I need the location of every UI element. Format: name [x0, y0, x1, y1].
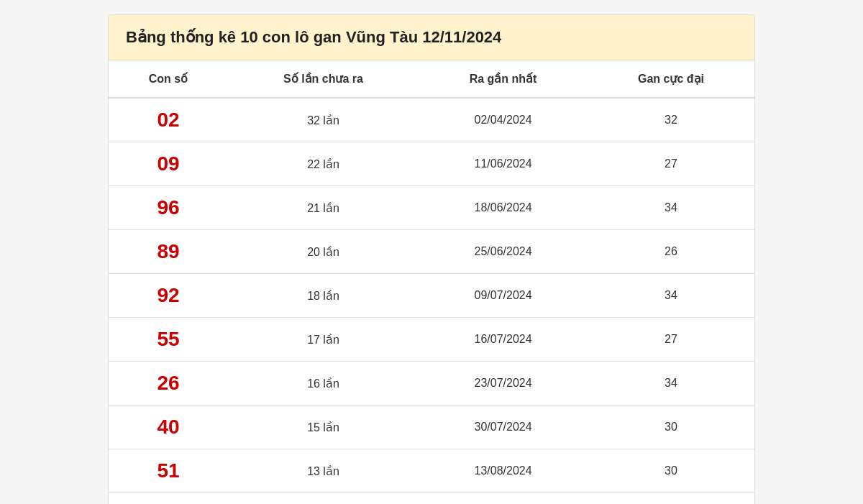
- cell-ra-gan-nhat: 18/06/2024: [419, 186, 588, 230]
- cell-so-lan: 20 lần: [228, 230, 419, 274]
- cell-gan-cuc-dai: 34: [588, 362, 754, 406]
- table-row: 9218 lần09/07/202434: [109, 274, 754, 318]
- cell-ra-gan-nhat: 23/07/2024: [419, 362, 588, 406]
- table-row: 5517 lần16/07/202427: [109, 318, 754, 362]
- col-header-gan-cuc-dai: Gan cực đại: [588, 60, 754, 98]
- con-so-value: 02: [157, 109, 179, 131]
- cell-so-lan: 12 lần: [228, 493, 419, 505]
- cell-con-so: 02: [109, 98, 228, 142]
- table-row: 4015 lần30/07/202430: [109, 406, 754, 449]
- table-row: 0232 lần02/04/202432: [109, 98, 754, 142]
- table-title: Bảng thống kê 10 con lô gan Vũng Tàu 12/…: [109, 15, 754, 60]
- header-row: Con số Số lần chưa ra Ra gần nhất Gan cự…: [109, 60, 754, 98]
- cell-con-so: 92: [109, 274, 228, 318]
- table-body: 0232 lần02/04/2024320922 lần11/06/202427…: [109, 98, 754, 504]
- table-row: 5113 lần13/08/202430: [109, 449, 754, 493]
- cell-ra-gan-nhat: 09/07/2024: [419, 274, 588, 318]
- cell-gan-cuc-dai: 38: [588, 493, 754, 505]
- cell-so-lan: 18 lần: [228, 274, 419, 318]
- table-row: 0922 lần11/06/202427: [109, 142, 754, 186]
- cell-so-lan: 21 lần: [228, 186, 419, 230]
- cell-so-lan: 22 lần: [228, 142, 419, 186]
- cell-con-so: 40: [109, 406, 228, 449]
- cell-con-so: 51: [109, 449, 228, 493]
- cell-so-lan: 16 lần: [228, 362, 419, 406]
- cell-ra-gan-nhat: 11/06/2024: [419, 142, 588, 186]
- cell-so-lan: 13 lần: [228, 449, 419, 493]
- con-so-value: 92: [157, 284, 179, 306]
- con-so-value: 51: [157, 459, 179, 482]
- con-so-value: 40: [157, 416, 179, 438]
- col-header-con-so: Con số: [109, 60, 228, 98]
- table-row: 8920 lần25/06/202426: [109, 230, 754, 274]
- data-table: Con số Số lần chưa ra Ra gần nhất Gan cự…: [109, 60, 754, 504]
- main-container: Bảng thống kê 10 con lô gan Vũng Tàu 12/…: [108, 14, 755, 504]
- cell-so-lan: 15 lần: [228, 406, 419, 449]
- col-header-so-lan: Số lần chưa ra: [228, 60, 419, 98]
- cell-gan-cuc-dai: 30: [588, 406, 754, 449]
- con-so-value: 96: [157, 196, 179, 219]
- cell-ra-gan-nhat: 20/08/2024: [419, 493, 588, 505]
- cell-con-so: 26: [109, 362, 228, 406]
- cell-gan-cuc-dai: 34: [588, 186, 754, 230]
- col-header-ra-gan-nhat: Ra gần nhất: [419, 60, 588, 98]
- cell-ra-gan-nhat: 02/04/2024: [419, 98, 588, 142]
- cell-gan-cuc-dai: 32: [588, 98, 754, 142]
- table-row: 9621 lần18/06/202434: [109, 186, 754, 230]
- cell-ra-gan-nhat: 16/07/2024: [419, 318, 588, 362]
- cell-con-so: 55: [109, 318, 228, 362]
- cell-so-lan: 32 lần: [228, 98, 419, 142]
- cell-gan-cuc-dai: 34: [588, 274, 754, 318]
- cell-gan-cuc-dai: 27: [588, 318, 754, 362]
- con-so-value: 55: [157, 328, 179, 350]
- con-so-value: 89: [157, 240, 179, 262]
- con-so-value: 26: [157, 372, 179, 394]
- cell-con-so: 96: [109, 186, 228, 230]
- cell-con-so: 68: [109, 493, 228, 505]
- cell-gan-cuc-dai: 26: [588, 230, 754, 274]
- cell-ra-gan-nhat: 30/07/2024: [419, 406, 588, 449]
- cell-ra-gan-nhat: 25/06/2024: [419, 230, 588, 274]
- cell-gan-cuc-dai: 27: [588, 142, 754, 186]
- table-row: 6812 lần20/08/202438: [109, 493, 754, 505]
- cell-ra-gan-nhat: 13/08/2024: [419, 449, 588, 493]
- cell-con-so: 09: [109, 142, 228, 186]
- cell-gan-cuc-dai: 30: [588, 449, 754, 493]
- con-so-value: 09: [157, 152, 179, 175]
- table-row: 2616 lần23/07/202434: [109, 362, 754, 406]
- cell-so-lan: 17 lần: [228, 318, 419, 362]
- cell-con-so: 89: [109, 230, 228, 274]
